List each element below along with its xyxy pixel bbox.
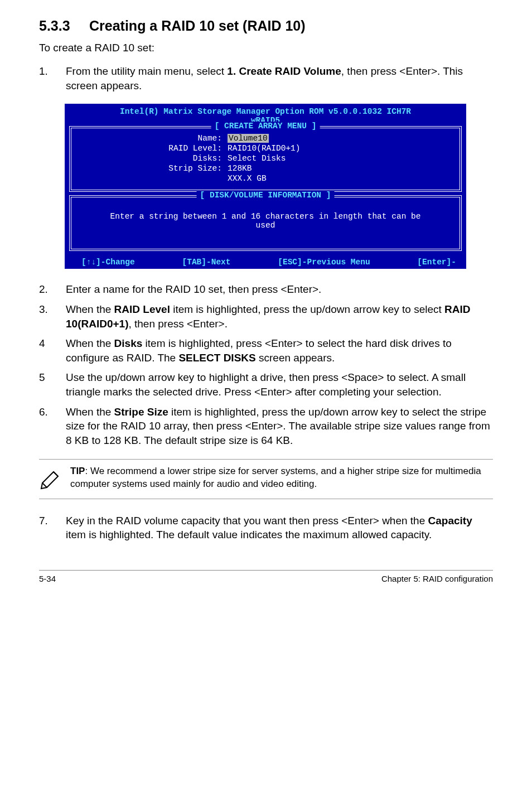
step-text: Enter a name for the RAID 10 set, then p… (66, 283, 321, 295)
bios-footer: [↑↓]-Change [TAB]-Next [ESC]-Previous Me… (65, 257, 466, 269)
step-1: 1. From the utility main menu, select 1.… (39, 64, 493, 93)
field-label-raid-level: RAID Level: (77, 144, 228, 153)
step-6: 6. When the Stripe Size item is highligh… (39, 405, 493, 448)
step-number: 6. (39, 405, 48, 419)
bios-screenshot: Intel(R) Matrix Storage Manager Option R… (65, 104, 466, 269)
footer-enter: [Enter]- (417, 258, 456, 267)
heading-number: 5.3.3 (39, 18, 89, 34)
disk-volume-label: [ DISK/VOLUME INFORMATION ] (197, 191, 335, 200)
field-label-strip-size: Strip Size: (77, 164, 228, 173)
chapter-label: Chapter 5: RAID configuration (381, 574, 493, 583)
step-number: 2. (39, 282, 48, 297)
tip-text: TIP: We recommend a lower stripe size fo… (70, 465, 493, 491)
heading-title: Creating a RAID 10 set (RAID 10) (89, 18, 306, 33)
step-text: When the Disks item is highlighted, pres… (66, 337, 452, 364)
footer-tab: [TAB]-Next (182, 258, 230, 267)
create-array-label: [ CREATE ARRAY MENU ] (211, 122, 320, 131)
step-number: 5 (39, 370, 45, 385)
step-text: From the utility main menu, select 1. Cr… (66, 65, 463, 91)
disk-info-message: Enter a string between 1 and 16 characte… (77, 202, 454, 243)
field-value-disks: Select Disks (228, 154, 286, 163)
footer-esc: [ESC]-Previous Menu (278, 258, 370, 267)
page-number: 5-34 (39, 574, 56, 583)
step-text: When the RAID Level item is highlighted,… (66, 303, 471, 330)
step-4: 4 When the Disks item is highlighted, pr… (39, 336, 493, 365)
pencil-icon (39, 465, 70, 493)
step-text: Use the up/down arrow key to highlight a… (66, 371, 466, 398)
field-label-disks: Disks: (77, 154, 228, 163)
step-number: 1. (39, 64, 48, 79)
field-label-name: Name: (77, 134, 228, 143)
disk-volume-info-box: [ DISK/VOLUME INFORMATION ] Enter a stri… (69, 195, 462, 251)
step-3: 3. When the RAID Level item is highlight… (39, 302, 493, 331)
step-7: 7. Key in the RAID volume capacity that … (39, 514, 493, 542)
field-value-raid-level: RAID10(RAID0+1) (228, 144, 301, 153)
step-number: 4 (39, 336, 45, 351)
step-number: 7. (39, 514, 48, 528)
page-footer: 5-34 Chapter 5: RAID configuration (39, 570, 493, 583)
bios-title: Intel(R) Matrix Storage Manager Option R… (65, 106, 466, 116)
footer-change: [↑↓]-Change (81, 258, 135, 267)
step-text: When the Stripe Size item is highlighted… (66, 406, 490, 446)
step-2: 2. Enter a name for the RAID 10 set, the… (39, 282, 493, 297)
field-label-capacity (77, 174, 228, 183)
field-value-capacity: XXX.X GB (228, 174, 267, 183)
tip-box: TIP: We recommend a lower stripe size fo… (39, 459, 493, 499)
create-array-box: [ CREATE ARRAY MENU ] Name: Volume10 RAI… (69, 126, 462, 192)
step-5: 5 Use the up/down arrow key to highlight… (39, 370, 493, 399)
section-heading: 5.3.3Creating a RAID 10 set (RAID 10) (39, 18, 493, 34)
intro-text: To create a RAID 10 set: (39, 42, 493, 54)
field-value-name: Volume10 (228, 134, 269, 143)
step-text: Key in the RAID volume capacity that you… (66, 515, 472, 541)
field-value-strip-size: 128KB (228, 164, 252, 173)
step-number: 3. (39, 302, 48, 317)
